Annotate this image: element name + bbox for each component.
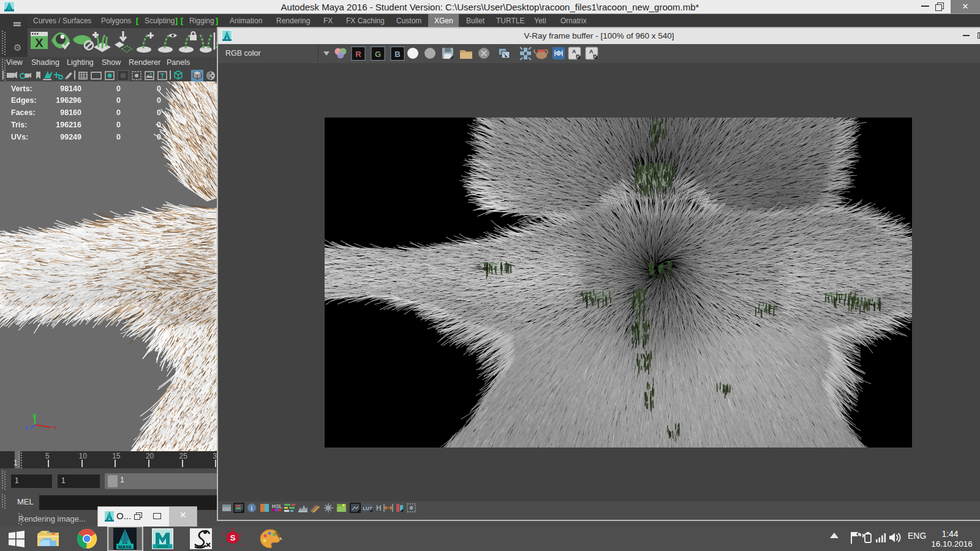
svg-text:HSL: HSL — [272, 503, 282, 509]
svg-text:x: x — [53, 424, 56, 430]
svg-text:G: G — [375, 50, 381, 59]
svg-text:MAYA: MAYA — [118, 544, 132, 550]
svg-text:H: H — [376, 504, 382, 512]
svg-text:i: i — [251, 505, 253, 512]
svg-text:S: S — [230, 533, 236, 542]
svg-text:B: B — [394, 50, 400, 59]
svg-text:R: R — [355, 50, 361, 59]
svg-text:MAYA: MAYA — [157, 544, 168, 549]
svg-text:y: y — [32, 412, 36, 418]
svg-text:X: X — [35, 36, 43, 50]
svg-text:z: z — [26, 425, 29, 431]
svg-text:T: T — [160, 72, 165, 80]
